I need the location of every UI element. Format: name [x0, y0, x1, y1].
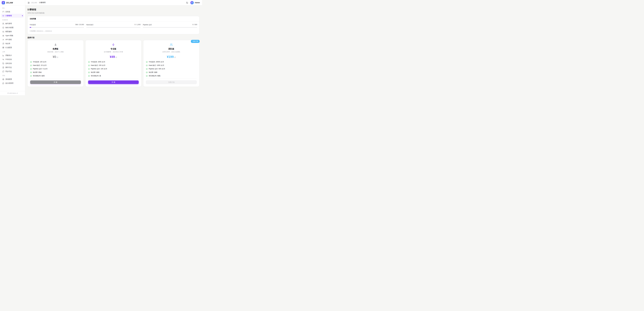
sidebar-item-label: 模型服务	[6, 31, 12, 33]
check-circle-icon	[88, 72, 90, 73]
sidebar-item-sync-logs[interactable]: 同步日志	[1, 70, 24, 73]
check-circle-icon	[146, 65, 148, 66]
plan-feature: Pipeline 运行: 5 次/月	[30, 68, 81, 70]
progress-fill	[30, 27, 31, 28]
plan-feature-text: Hand 执行: 1000 次/月	[149, 64, 164, 67]
breadcrumb-separator: /	[38, 2, 38, 4]
plan-feature-text: 中转请求: 20000 次/月	[149, 61, 164, 63]
plan-feature: Pipeline 运行: 500 次/月	[146, 68, 197, 70]
plan-feature-text: 优先级队列: 最高	[149, 75, 160, 77]
sidebar-item-label: 用量统计	[6, 54, 12, 57]
plan-feature: 优先级队列: 高	[88, 75, 139, 77]
sidebar-item-api-keys[interactable]: API 密钥	[1, 38, 24, 42]
sidebar-item-dashboard[interactable]: 仪表盘	[1, 10, 24, 14]
plan-feature: 中转请求: 20000 次/月	[146, 61, 197, 63]
current-plan-button[interactable]: 当前计划	[146, 80, 197, 84]
plan-name: 团队版	[146, 48, 197, 50]
page-subtitle: 管理订阅计划和用量配额	[28, 12, 200, 14]
store-icon	[2, 47, 4, 49]
plan-feature: 优先级队列: 最高	[146, 75, 197, 77]
message-dots-icon	[2, 82, 4, 84]
plan-feature-text: Hand 执行: 200 次/月	[91, 64, 105, 67]
sidebar-item-label: 提示词管理	[6, 82, 14, 84]
sidebar-collapse-button[interactable]	[27, 2, 30, 4]
metric-label: Hand 执行	[86, 24, 94, 26]
outdent-icon	[28, 2, 30, 4]
plan-feature: 知识库: 基础	[30, 71, 81, 74]
check-circle-icon	[30, 75, 32, 77]
sidebar-item-label: 角色与权限	[6, 27, 14, 29]
check-circle-icon	[146, 72, 148, 73]
plan-feature: 知识库: 高级	[88, 71, 139, 74]
check-circle-icon	[30, 65, 32, 66]
sidebar-item-label: 定时任务	[6, 62, 12, 65]
file-text-icon	[2, 67, 4, 69]
sidebar-item-prompt-management[interactable]: 提示词管理	[1, 81, 24, 85]
sidebar-item-label: API 密钥	[6, 39, 12, 41]
swap-arrows-icon	[2, 59, 4, 61]
sidebar-item-usage-stats[interactable]: 用量统计	[1, 54, 24, 57]
gear-icon	[2, 78, 4, 80]
plan-feature-text: 优先级队列: 标准	[33, 75, 45, 77]
sidebar-item-system-config[interactable]: 系统配置	[1, 77, 24, 81]
plan-feature-text: 知识库: 基础	[33, 71, 42, 74]
check-circle-icon	[30, 61, 32, 63]
sidebar: Z ZCLAW 核心 仪表盘 计费管理 资源管理 账号管理 角色与权限 模型服务	[0, 0, 25, 95]
user-menu[interactable]: A Admin	[190, 1, 200, 5]
sidebar-item-accounts[interactable]: 账号管理	[1, 22, 24, 26]
sidebar-item-label: 仪表盘	[6, 11, 10, 13]
check-circle-icon	[146, 61, 148, 63]
sidebar-item-billing[interactable]: 计费管理	[1, 14, 24, 18]
usage-metric-relay: 中转请求 568 / 20,000	[30, 24, 84, 28]
dark-mode-toggle[interactable]	[186, 2, 188, 4]
price-period: /月	[56, 57, 58, 58]
sidebar-item-roles[interactable]: 角色与权限	[1, 26, 24, 30]
active-dot	[22, 15, 23, 16]
crown-icon	[2, 15, 4, 17]
usage-card-title: 当前用量	[28, 16, 199, 22]
price-period: /月	[174, 57, 176, 58]
plan-description: 基础功能，适合个人体验	[30, 51, 81, 53]
upgrade-button-free[interactable]: 升 级	[30, 80, 81, 84]
sidebar-item-agent-templates[interactable]: Agent 模板	[1, 34, 24, 38]
sidebar-item-relay-tasks[interactable]: 中转任务	[1, 58, 24, 61]
plan-price: ¥49 /月	[88, 55, 139, 59]
plan-feature: Pipeline 运行: 100 次/月	[88, 68, 139, 70]
topbar: ZCLAW / 计费管理 A Admin	[25, 0, 202, 6]
breadcrumb-root[interactable]: ZCLAW	[31, 2, 37, 4]
sidebar-item-knowledge-base[interactable]: 知识库	[1, 42, 24, 46]
plan-features: 中转请求: 2000 次/月 Hand 执行: 200 次/月 Pipeline…	[88, 61, 139, 78]
sidebar-item-models[interactable]: 模型服务	[1, 30, 24, 34]
user-name: Admin	[195, 2, 200, 4]
check-circle-icon	[30, 68, 32, 70]
page-content: 计费管理 管理订阅计划和用量配额 当前用量 中转请求 568 / 20,000	[25, 6, 202, 95]
plan-feature-text: Pipeline 运行: 500 次/月	[149, 68, 165, 70]
topbar-right: A Admin	[186, 1, 200, 5]
plan-card-free: 免费版 基础功能，适合个人体验 ¥0 /月 中转请求: 100 次/月 Hand…	[28, 40, 84, 87]
check-circle-icon	[88, 61, 90, 63]
breadcrumb: ZCLAW / 计费管理	[31, 2, 46, 4]
breadcrumb-current: 计费管理	[39, 2, 46, 4]
metric-label: 中转请求	[30, 24, 36, 26]
sidebar-item-label: 同步日志	[6, 70, 12, 73]
sidebar-item-industry-config[interactable]: 行业配置	[1, 46, 24, 50]
bar-chart-icon	[2, 55, 4, 57]
plan-card-team: 当前计划 团队版 多席位协作，适合企业团队 ¥199 /月 中转请求: 2000…	[143, 40, 200, 87]
plan-features: 中转请求: 100 次/月 Hand 执行: 20 次/月 Pipeline 运…	[30, 61, 81, 78]
sidebar-item-label: 系统配置	[6, 78, 12, 80]
moon-icon	[186, 2, 188, 4]
plan-feature-text: 中转请求: 2000 次/月	[91, 61, 105, 63]
metric-value: 0 / 1,000	[134, 24, 141, 26]
page-title: 计费管理	[28, 8, 200, 11]
sidebar-item-label: 操作日志	[6, 66, 12, 69]
nav-section-ops: 运维	[1, 50, 24, 54]
sidebar-nav: 核心 仪表盘 计费管理 资源管理 账号管理 角色与权限 模型服务 Agent 模…	[0, 6, 25, 91]
plug-icon	[2, 39, 4, 41]
sidebar-item-label: 中转任务	[6, 58, 12, 61]
sidebar-item-scheduled-tasks[interactable]: 定时任务	[1, 62, 24, 65]
plan-feature-text: 知识库: 高级	[149, 71, 158, 74]
sidebar-item-operation-logs[interactable]: 操作日志	[1, 66, 24, 69]
metric-value: 0 / 500	[192, 24, 197, 26]
upgrade-button-pro[interactable]: 升 级	[88, 80, 139, 84]
check-circle-icon	[88, 75, 90, 77]
